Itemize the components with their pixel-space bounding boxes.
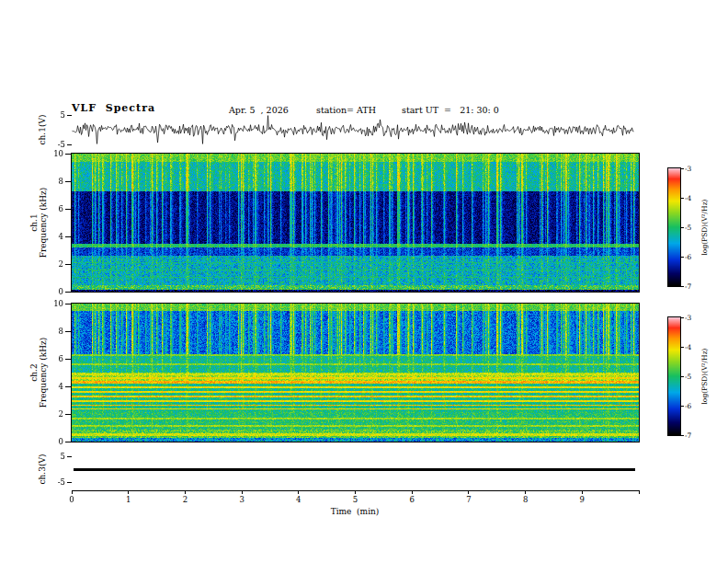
x-tick (468, 490, 469, 494)
ch1-spec-ytick-label: 10 (49, 149, 63, 158)
x-tick-label: 5 (348, 495, 363, 504)
x-tick-label: 4 (291, 495, 306, 504)
x-tick (185, 490, 186, 494)
colorbar-2-tick-label: -5 (685, 373, 691, 381)
colorbar-2-tick (680, 376, 684, 377)
x-tick (525, 490, 526, 494)
ch2-spec-ytick-label: 10 (49, 299, 63, 308)
x-tick-label: 8 (518, 495, 533, 504)
ch2-spec-ytick (65, 304, 71, 304)
colorbar-1-tick-label: -5 (685, 224, 691, 232)
ch1-spec-ytick (65, 181, 71, 182)
colorbar-1-tick-label: -6 (685, 253, 691, 261)
ch1-spec-channel-label: ch.1 (29, 188, 39, 259)
ch2-spec-ytick-label: 2 (49, 409, 63, 419)
colorbar-1-tick-label: -4 (685, 194, 691, 202)
ch3-voltage-axis-label: ch.3(V) (38, 454, 47, 485)
x-tick-label: 1 (121, 495, 136, 504)
ch1-spec-ytick-label: 6 (49, 204, 63, 213)
ch1-spec-ytick (65, 264, 71, 265)
x-tick-label: 2 (177, 495, 192, 504)
colorbar-1-label: log(PSD)(V²/Hz) (700, 199, 709, 255)
colorbar-1-frame (667, 167, 681, 287)
colorbar-1-tick (680, 257, 684, 258)
ch1-spec-ytick (65, 154, 71, 155)
ch3-wave-ytick (67, 456, 72, 457)
colorbar-1-tick (680, 168, 684, 169)
x-tick-label: 9 (574, 495, 589, 504)
ch2-spec-frequency-label: Frequency (kHz) (39, 338, 48, 408)
page-title: VLF Spectra (72, 102, 155, 114)
colorbar-1 (668, 168, 680, 286)
ch1-spec-ytick-label: 8 (49, 177, 63, 186)
colorbar-2-frame (667, 316, 681, 436)
ch1-spec-ytick-label: 0 (49, 287, 63, 296)
vlf-spectra-figure: VLF Spectra Apr. 5 , 2026 station= ATH s… (0, 0, 728, 563)
date-label: Apr. 5 , 2026 (229, 105, 289, 115)
x-tick (355, 490, 356, 494)
colorbar-2-tick (680, 317, 684, 318)
ch1-wave-ytick (67, 144, 72, 145)
ch1-wave-ytick-label: 5 (50, 110, 65, 120)
ch1-spectrogram-frame (71, 153, 640, 293)
ch1-spec-ytick-label: 4 (49, 232, 63, 241)
colorbar-2-tick (680, 406, 684, 407)
ch1-spectrogram (72, 154, 639, 292)
time-axis-label: Time (min) (309, 507, 401, 516)
ch2-spec-ytick (65, 386, 71, 387)
colorbar-1-tick (680, 227, 684, 228)
ch1-spec-ytick (65, 292, 71, 293)
colorbar-2-tick (680, 435, 684, 436)
ch1-waveform-plot (72, 115, 639, 144)
ch1-spec-ytick-label: 2 (49, 259, 63, 269)
colorbar-2-tick-label: -3 (685, 314, 691, 322)
ch1-spec-ytick (65, 236, 71, 237)
ch2-spec-ytick (65, 442, 71, 442)
ch1-spec-frequency-label: Frequency (kHz) (39, 188, 48, 259)
x-tick (582, 490, 583, 494)
ch3-flat-trace (74, 468, 635, 471)
ch1-voltage-axis-label: ch.1(V) (38, 115, 47, 145)
time-axis-line (72, 490, 640, 491)
colorbar-2-tick-label: -6 (685, 402, 691, 410)
ch2-spec-ytick-label: 8 (49, 327, 63, 336)
colorbar-2-tick (680, 347, 684, 348)
ch1-wave-ytick (67, 115, 72, 116)
colorbar-1-tick-label: -7 (685, 282, 691, 291)
x-tick (128, 490, 129, 494)
colorbar-2-tick-label: -4 (685, 343, 691, 351)
colorbar-1-tick (680, 198, 684, 199)
colorbar-2-tick-label: -7 (685, 431, 691, 440)
ch1-spec-axis-label: ch.1 Frequency (kHz) (29, 188, 48, 259)
ch2-spec-ytick (65, 331, 71, 332)
colorbar-2-label: log(PSD)(V²/Hz) (700, 348, 709, 404)
ch3-wave-ytick-label: 5 (50, 452, 65, 461)
x-tick (298, 490, 299, 494)
colorbar-1-tick (680, 286, 684, 287)
ch2-spec-ytick-label: 6 (49, 354, 63, 363)
x-tick (412, 490, 413, 494)
ch2-spectrogram-frame (71, 303, 640, 442)
x-tick-label: 6 (404, 495, 419, 504)
station-label: station= ATH (316, 105, 376, 115)
ch2-spec-axis-label: ch.2 Frequency (kHz) (29, 338, 48, 408)
ch2-spec-ytick-label: 0 (49, 437, 63, 446)
colorbar-2 (668, 317, 680, 435)
colorbar-1-tick-label: -3 (685, 165, 691, 173)
ch1-wave-ytick-label: -5 (50, 140, 65, 149)
x-tick (242, 490, 243, 494)
ch2-spec-channel-label: ch.2 (29, 338, 39, 408)
ch2-spec-ytick (65, 414, 71, 415)
ch3-wave-ytick-label: -5 (50, 477, 65, 487)
x-tick-label: 7 (461, 495, 476, 504)
x-tick (639, 490, 640, 494)
start-ut-label: start UT = 21: 30: 0 (402, 105, 499, 115)
x-tick-label: 3 (234, 495, 249, 504)
x-tick-label: 0 (64, 495, 79, 504)
ch2-spec-ytick-label: 4 (49, 382, 63, 391)
ch3-wave-ytick (67, 482, 72, 483)
x-tick (72, 490, 73, 494)
ch2-spec-ytick (65, 359, 71, 360)
ch1-spec-ytick (65, 209, 71, 210)
ch2-spectrogram (72, 304, 639, 442)
